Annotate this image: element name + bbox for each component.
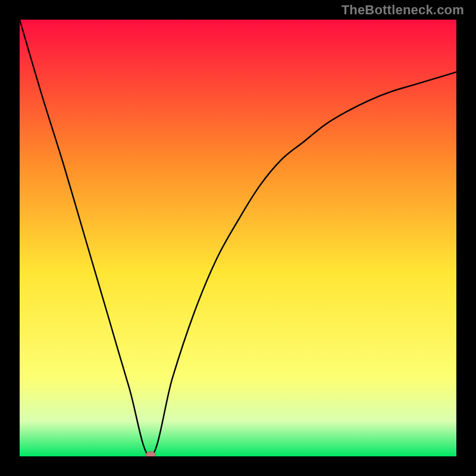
minimum-marker bbox=[146, 452, 155, 456]
bottleneck-chart bbox=[20, 20, 456, 456]
chart-frame: TheBottleneck.com bbox=[0, 0, 476, 476]
watermark-label: TheBottleneck.com bbox=[342, 2, 464, 18]
plot-area bbox=[20, 20, 456, 456]
